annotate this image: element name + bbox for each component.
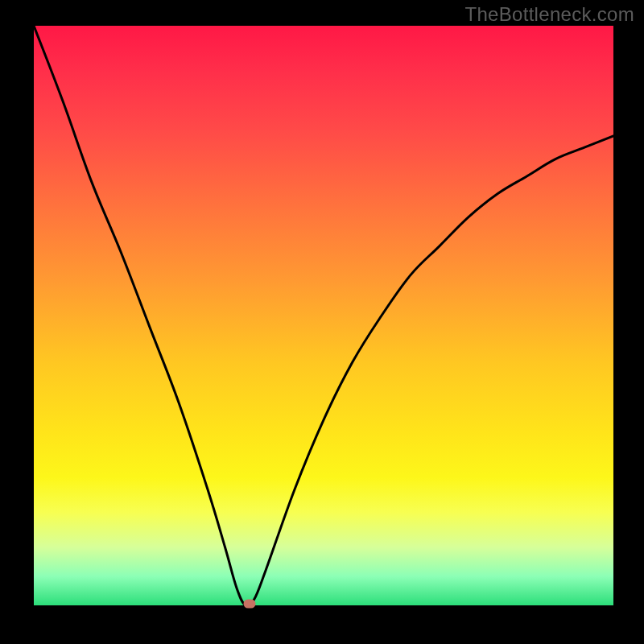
- watermark-text: TheBottleneck.com: [464, 3, 634, 26]
- chart-frame: TheBottleneck.com: [0, 0, 644, 644]
- plot-area: [34, 26, 613, 605]
- optimum-marker: [243, 599, 255, 608]
- curve-path: [34, 26, 613, 605]
- bottleneck-curve: [34, 26, 613, 605]
